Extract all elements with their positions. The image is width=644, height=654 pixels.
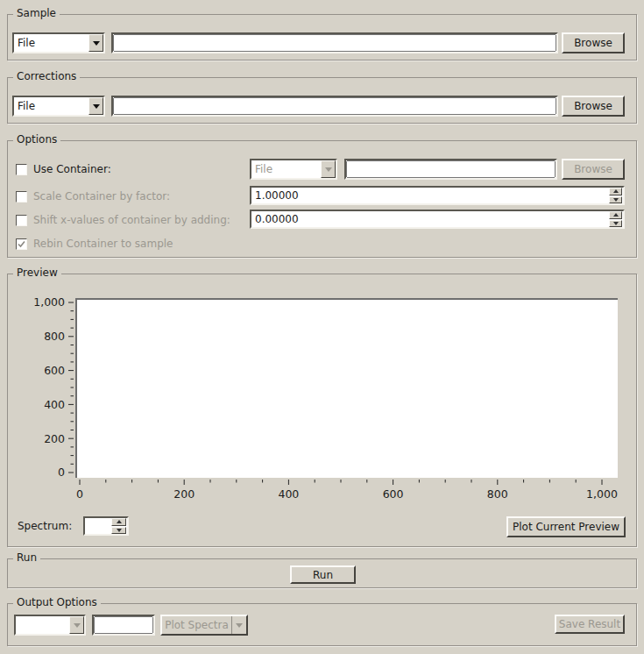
container-browse-label: Browse — [574, 163, 612, 175]
sample-type-value: File — [14, 37, 88, 49]
corrections-browse-button[interactable]: Browse — [562, 96, 625, 117]
triangle-up-icon — [613, 213, 619, 217]
spectrum-spin-buttons — [111, 518, 127, 534]
save-result-button[interactable]: Save Result — [555, 615, 625, 634]
svg-text:200: 200 — [44, 432, 65, 445]
sample-type-dropdown-button[interactable] — [88, 34, 103, 52]
svg-text:1,000: 1,000 — [33, 295, 65, 309]
chevron-down-icon — [74, 623, 81, 628]
output-options-group: Output Options Plot Spectra Save Result — [7, 603, 637, 646]
sample-type-combobox[interactable]: File — [12, 32, 105, 53]
output-name-input-wrap — [92, 615, 155, 636]
output-options-group-title: Output Options — [13, 596, 101, 608]
save-result-label: Save Result — [559, 618, 620, 630]
output-workspace-dropdown-button[interactable] — [69, 616, 84, 634]
triangle-up-icon — [613, 189, 619, 193]
run-group-title: Run — [13, 551, 40, 564]
container-type-combobox[interactable]: File — [250, 159, 337, 180]
sample-file-input[interactable] — [113, 34, 556, 52]
svg-text:1,000: 1,000 — [586, 487, 618, 501]
sample-browse-label: Browse — [574, 37, 612, 49]
scale-container-label: Scale Container by factor: — [33, 190, 170, 203]
run-button[interactable]: Run — [290, 565, 356, 584]
chevron-down-icon — [93, 41, 100, 46]
output-name-input[interactable] — [94, 616, 153, 634]
svg-text:800: 800 — [44, 330, 65, 343]
plot-spectra-dropdown-button[interactable] — [231, 616, 246, 634]
plot-current-preview-button[interactable]: Plot Current Preview — [506, 516, 626, 537]
spectrum-label: Spectrum: — [18, 520, 72, 532]
apply-corrections-window: { "colors": { "window_bg": "#d6d2c8", "d… — [0, 0, 644, 654]
svg-text:600: 600 — [383, 487, 404, 501]
container-type-dropdown-button[interactable] — [321, 160, 336, 178]
scale-factor-input[interactable] — [251, 188, 609, 203]
corrections-file-input-wrap — [111, 96, 558, 117]
chevron-down-icon — [93, 104, 100, 109]
spectrum-spinbox[interactable] — [83, 516, 129, 536]
options-group-title: Options — [13, 133, 60, 146]
sample-file-input-wrap — [111, 32, 558, 53]
rebin-container-checkbox[interactable] — [16, 238, 27, 250]
svg-text:800: 800 — [487, 487, 508, 501]
triangle-up-icon — [117, 520, 122, 523]
rebin-container-label: Rebin Container to sample — [33, 238, 173, 250]
chevron-down-icon — [236, 623, 243, 628]
shift-xvalues-row: Shift x-values of container by adding: — [16, 212, 230, 228]
container-file-input[interactable] — [346, 160, 556, 178]
corrections-group-title: Corrections — [13, 70, 80, 82]
spin-up-button[interactable] — [609, 188, 622, 195]
preview-group: Preview 02004006008001,00002004006008001… — [7, 274, 637, 547]
run-button-label: Run — [313, 569, 333, 581]
container-browse-button[interactable]: Browse — [562, 159, 625, 180]
run-group: Run Run — [7, 558, 637, 588]
use-container-row: Use Container: — [16, 161, 111, 177]
checkmark-icon — [18, 240, 25, 248]
corrections-type-dropdown-button[interactable] — [88, 97, 103, 115]
shift-xvalues-checkbox[interactable] — [16, 215, 27, 226]
spin-down-button[interactable] — [111, 527, 126, 535]
triangle-down-icon — [613, 222, 619, 225]
svg-text:600: 600 — [44, 364, 65, 377]
container-file-input-wrap — [344, 159, 557, 180]
options-group: Options Use Container: File Browse Scale… — [7, 140, 637, 258]
container-type-value: File — [251, 163, 321, 175]
shift-value-input[interactable] — [251, 211, 609, 227]
scale-factor-spinbox[interactable] — [250, 186, 625, 205]
svg-text:0: 0 — [76, 487, 83, 501]
spectrum-row: Spectrum: — [18, 518, 72, 534]
triangle-down-icon — [117, 529, 122, 532]
corrections-file-input[interactable] — [113, 97, 556, 115]
corrections-type-combobox[interactable]: File — [12, 96, 105, 117]
corrections-browse-label: Browse — [574, 100, 612, 112]
plot-current-preview-label: Plot Current Preview — [513, 521, 619, 533]
sample-group: Sample File Browse — [7, 14, 637, 60]
spectrum-input[interactable] — [85, 518, 111, 534]
sample-group-title: Sample — [13, 7, 60, 19]
svg-text:200: 200 — [173, 487, 195, 501]
use-container-checkbox[interactable] — [16, 164, 27, 175]
shift-xvalues-label: Shift x-values of container by adding: — [33, 214, 230, 226]
svg-text:400: 400 — [44, 398, 65, 411]
shift-value-spin-buttons — [609, 211, 623, 227]
sample-browse-button[interactable]: Browse — [562, 32, 625, 53]
corrections-group: Corrections File Browse — [7, 77, 637, 124]
triangle-down-icon — [613, 198, 619, 202]
output-workspace-combobox[interactable] — [14, 615, 86, 636]
spin-up-button[interactable] — [111, 518, 126, 526]
spin-up-button[interactable] — [609, 211, 622, 219]
svg-text:400: 400 — [278, 487, 299, 501]
corrections-type-value: File — [14, 100, 88, 112]
plot-spectra-label: Plot Spectra — [162, 616, 231, 634]
svg-text:0: 0 — [58, 466, 65, 479]
preview-plot: 02004006008001,00002004006008001,000 — [8, 274, 636, 509]
spin-down-button[interactable] — [609, 220, 622, 228]
spin-down-button[interactable] — [609, 196, 622, 204]
shift-value-spinbox[interactable] — [250, 210, 625, 229]
use-container-label: Use Container: — [33, 163, 111, 175]
chevron-down-icon — [325, 167, 332, 172]
scale-factor-spin-buttons — [609, 188, 623, 203]
scale-container-checkbox[interactable] — [16, 191, 27, 203]
plot-spectra-split-button[interactable]: Plot Spectra — [160, 615, 248, 636]
scale-container-row: Scale Container by factor: — [16, 188, 170, 204]
rebin-container-row: Rebin Container to sample — [16, 236, 173, 252]
